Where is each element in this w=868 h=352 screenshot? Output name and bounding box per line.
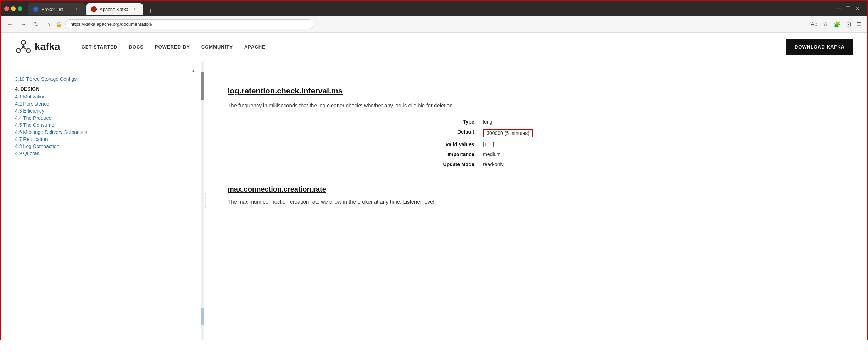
lock-icon: 🔒 — [56, 22, 62, 27]
prop-name-type: Type: — [228, 117, 479, 127]
site-nav: kafka GET STARTED DOCS POWERED BY COMMUN… — [1, 33, 867, 61]
translate-button[interactable]: A↕ — [809, 20, 819, 29]
section-divider-middle — [228, 178, 846, 178]
nav-apache[interactable]: APACHE — [244, 44, 266, 50]
sidebar-item-quotas[interactable]: 4.9 Quotas — [15, 151, 195, 156]
prop-name-valid-values: Valid Values: — [228, 140, 479, 149]
back-button[interactable]: ← — [5, 20, 15, 29]
sidebar-link-producer[interactable]: 4.4 The Producer — [15, 115, 53, 121]
close-window-button[interactable] — [4, 6, 9, 11]
prop-value-default: 300000 (5 minutes) — [479, 127, 846, 140]
home-button[interactable]: ⌂ — [44, 20, 52, 29]
sidebar-link-tiered-storage[interactable]: 3.10 Tiered Storage Configs — [15, 76, 77, 82]
tab-broker-list-close[interactable]: ✕ — [73, 6, 80, 12]
logo-text: kafka — [35, 41, 60, 52]
split-view-button[interactable]: ⊡ — [845, 19, 852, 29]
kafka-logo-icon — [15, 38, 32, 55]
extensions-button[interactable]: 🧩 — [832, 19, 842, 29]
tab-broker-list-label: Broker List — [41, 7, 63, 12]
svg-point-0 — [21, 40, 26, 45]
prop-name-update-mode: Update Mode: — [228, 159, 479, 169]
table-row-update-mode: Update Mode: read-only — [228, 159, 846, 169]
tab-broker-list[interactable]: Broker List ✕ — [28, 3, 85, 15]
sidebar-link-quotas[interactable]: 4.9 Quotas — [15, 151, 39, 156]
close-icon[interactable]: ✕ — [855, 5, 860, 12]
sidebar-item-log-compaction[interactable]: 4.8 Log Compaction — [15, 143, 195, 149]
refresh-button[interactable]: ↻ — [32, 19, 41, 29]
nav-powered-by[interactable]: POWERED BY — [155, 44, 190, 50]
maximize-window-button[interactable] — [18, 6, 22, 11]
sidebar-scrollbar-track[interactable] — [201, 61, 204, 340]
nav-get-started[interactable]: GET STARTED — [82, 44, 118, 50]
address-bar: ← → ↻ ⌂ 🔒 A↕ ☆ 🧩 ⊡ ☰ — [1, 16, 867, 33]
broker-list-favicon — [33, 6, 39, 12]
traffic-lights — [4, 6, 22, 11]
download-kafka-button[interactable]: DOWNLOAD KAFKA — [786, 39, 853, 55]
tab-apache-kafka-close[interactable]: ✕ — [132, 6, 138, 12]
main-layout: ▲ 3.10 Tiered Storage Configs 4. DESIGN … — [1, 61, 867, 340]
prop-value-type: long — [479, 117, 846, 127]
address-input[interactable] — [65, 19, 313, 29]
sidebar-link-message-delivery[interactable]: 4.6 Message Delivery Semantics — [15, 129, 87, 135]
page-content: kafka GET STARTED DOCS POWERED BY COMMUN… — [1, 33, 867, 340]
config1-description: The frequency in milliseconds that the l… — [228, 101, 846, 110]
browser-actions: A↕ ☆ 🧩 ⊡ ☰ — [809, 19, 863, 29]
sidebar-link-motivation[interactable]: 4.1 Motivation — [15, 94, 46, 100]
browser-window: Broker List ✕ Apache Kafka ✕ + ─ □ ✕ ← →… — [0, 0, 868, 340]
minimize-window-button[interactable] — [11, 6, 16, 11]
sidebar-collapse-button[interactable]: < — [205, 193, 206, 208]
scroll-up-indicator: ▲ — [15, 68, 195, 73]
sidebar-section-design: 4. DESIGN — [15, 86, 195, 92]
config2-title: max.connection.creation.rate — [228, 185, 846, 193]
table-row-type: Type: long — [228, 117, 846, 127]
nav-docs[interactable]: DOCS — [129, 44, 144, 50]
default-value-highlighted: 300000 (5 minutes) — [483, 129, 533, 137]
nav-links: GET STARTED DOCS POWERED BY COMMUNITY AP… — [82, 44, 772, 50]
tab-apache-kafka[interactable]: Apache Kafka ✕ — [86, 3, 143, 15]
section-divider-top — [228, 79, 846, 79]
sidebar-link-consumer[interactable]: 4.5 The Consumer — [15, 122, 56, 128]
sidebar-link-replication[interactable]: 4.7 Replication — [15, 136, 48, 142]
table-row-default: Default: 300000 (5 minutes) — [228, 127, 846, 140]
sidebar-button[interactable]: ☰ — [855, 19, 863, 29]
table-row-importance: Importance: medium — [228, 149, 846, 159]
prop-name-importance: Importance: — [228, 149, 479, 159]
restore-icon[interactable]: □ — [846, 5, 850, 12]
prop-value-valid-values: [1,...] — [479, 140, 846, 149]
new-tab-button[interactable]: + — [146, 7, 156, 15]
sidebar[interactable]: ▲ 3.10 Tiered Storage Configs 4. DESIGN … — [1, 61, 206, 340]
sidebar-item-efficiency[interactable]: 4.3 Efficiency — [15, 108, 195, 114]
sidebar-link-persistence[interactable]: 4.2 Persistence — [15, 101, 49, 107]
prop-value-importance: medium — [479, 149, 846, 159]
kafka-favicon — [91, 6, 97, 12]
sidebar-item-replication[interactable]: 4.7 Replication — [15, 136, 195, 142]
config1-title: log.retention.check.interval.ms — [228, 86, 846, 96]
tab-apache-kafka-label: Apache Kafka — [100, 7, 128, 12]
sidebar-item-message-delivery[interactable]: 4.6 Message Delivery Semantics — [15, 129, 195, 135]
sidebar-item-consumer[interactable]: 4.5 The Consumer — [15, 122, 195, 128]
sidebar-scrollbar-thumb-blue[interactable] — [201, 308, 204, 325]
sidebar-item-tiered-storage[interactable]: 3.10 Tiered Storage Configs — [15, 76, 195, 82]
logo-area: kafka — [15, 38, 60, 55]
sidebar-item-producer[interactable]: 4.4 The Producer — [15, 115, 195, 121]
prop-name-default: Default: — [228, 127, 479, 140]
forward-button[interactable]: → — [18, 20, 28, 29]
title-bar: Broker List ✕ Apache Kafka ✕ + ─ □ ✕ — [1, 1, 867, 16]
table-row-valid-values: Valid Values: [1,...] — [228, 140, 846, 149]
sidebar-item-motivation[interactable]: 4.1 Motivation — [15, 94, 195, 100]
sidebar-scrollbar-thumb[interactable] — [201, 72, 204, 100]
sidebar-link-efficiency[interactable]: 4.3 Efficiency — [15, 108, 44, 114]
sidebar-item-persistence[interactable]: 4.2 Persistence — [15, 101, 195, 107]
sidebar-link-log-compaction[interactable]: 4.8 Log Compaction — [15, 143, 59, 149]
nav-community[interactable]: COMMUNITY — [201, 44, 233, 50]
minimize-icon[interactable]: ─ — [836, 5, 841, 12]
main-content: log.retention.check.interval.ms The freq… — [206, 61, 867, 340]
config2-description: The maximum connection creation rate we … — [228, 198, 846, 206]
prop-value-update-mode: read-only — [479, 159, 846, 169]
config1-properties-table: Type: long Default: 300000 (5 minutes) V… — [228, 117, 846, 169]
favorites-button[interactable]: ☆ — [822, 19, 829, 29]
